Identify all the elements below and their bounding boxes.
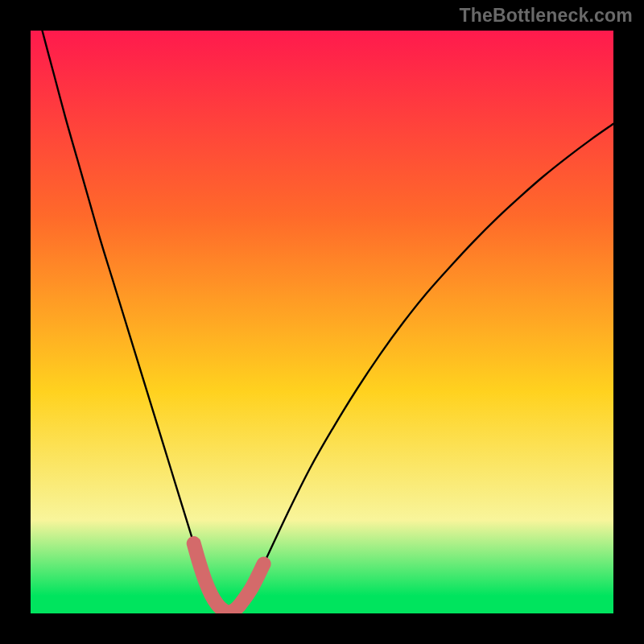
chart-frame: TheBottleneck.com	[0, 0, 644, 644]
watermark-label: TheBottleneck.com	[459, 5, 633, 27]
bottleneck-chart	[0, 0, 644, 644]
gradient-background	[31, 31, 613, 613]
